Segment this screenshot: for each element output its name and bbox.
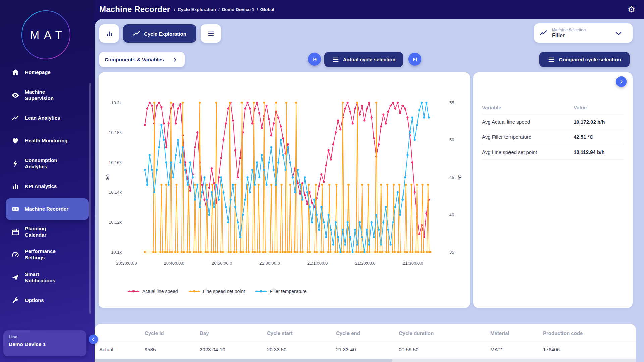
machine-selection-dropdown[interactable]: Machine Selection Filler [534, 23, 633, 43]
chevron-right-icon [172, 57, 178, 62]
machine-selection-texts: Machine Selection Filler [552, 28, 614, 39]
sidebar-item-label: Options [25, 297, 75, 304]
components-variables-label: Components & Variables [105, 57, 164, 62]
breadcrumb-item[interactable]: Cycle Exploration [178, 7, 216, 12]
breadcrumb-separator: / [218, 7, 220, 12]
chevron-right-icon [619, 79, 624, 84]
stat-variable: Avg Filler temperature [482, 134, 574, 140]
sidebar-item-machine-supervision[interactable]: Machine Supervision [6, 84, 89, 106]
sidebar-item-performance-settings[interactable]: Performance Settings [6, 244, 89, 265]
menu-icon [332, 56, 339, 63]
variables-header-value: Value [574, 105, 624, 110]
variables-table-data-row: Avg Line speed set point10,112.94 b/h [482, 144, 624, 160]
legend-item[interactable]: Actual line speed [127, 289, 178, 294]
panel-collapse-button[interactable] [616, 76, 627, 87]
legend-label: Filler temperature [270, 289, 307, 294]
cycle-table-cell: 00:59:50 [399, 347, 490, 352]
cycle-exploration-tab[interactable]: Cycle Exploration [123, 24, 196, 43]
app-logo-text: MAT [25, 28, 66, 41]
actual-cycle-selection-label: Actual cycle selection [343, 57, 396, 62]
svg-text:°C: °C [457, 175, 462, 180]
sidebar-item-options[interactable]: Options [6, 290, 89, 311]
variables-table: Variable Value Avg Actual line speed10,1… [482, 101, 624, 160]
cycle-table-row[interactable]: Actual95352023-04-1020:33:5021:33:4000:5… [95, 342, 636, 357]
cycle-table-header-cell: Cycle end [336, 330, 399, 336]
variables-table-data-row: Avg Actual line speed10,172.02 b/h [482, 114, 624, 129]
sidebar-item-label: Homepage [25, 69, 75, 76]
recorder-icon [11, 205, 19, 213]
variables-header-variable: Variable [482, 105, 574, 110]
sidebar-item-kpi-analytics[interactable]: KPI Analytics [6, 176, 89, 197]
cycle-table-cell: 20:33:50 [267, 347, 336, 352]
sidebar-item-machine-recorder[interactable]: Machine Recorder [6, 198, 89, 220]
stat-variable: Avg Line speed set point [482, 149, 574, 155]
svg-text:21:30:00.0: 21:30:00.0 [402, 261, 423, 266]
next-cycle-button[interactable] [408, 53, 421, 66]
bars-icon [11, 182, 19, 190]
chevron-left-icon [91, 337, 96, 342]
sidebar-item-label: Machine Supervision [25, 89, 75, 102]
bolt-icon [11, 160, 19, 168]
sidebar-item-lean-analytics[interactable]: Lean Analytics [6, 107, 89, 129]
sidebar-item-label: Machine Recorder [25, 206, 75, 213]
stat-variable: Avg Actual line speed [482, 119, 574, 125]
app-logo: MAT [21, 10, 70, 59]
machine-selection-label: Machine Selection [552, 28, 614, 32]
svg-text:50: 50 [449, 137, 454, 142]
cycle-table-card: Cycle IdDayCycle startCycle endCycle dur… [95, 324, 636, 362]
cycle-table-header-cell: Cycle start [267, 330, 336, 336]
breadcrumb-item[interactable]: Global [260, 7, 274, 12]
sidebar-item-label: Health Monitoring [25, 138, 75, 144]
wrench-icon [11, 296, 19, 304]
compared-cycle-selection-button[interactable]: Compared cycle selection [539, 52, 630, 67]
legend-marker-icon [188, 290, 200, 293]
heart-icon [11, 137, 19, 145]
svg-text:40: 40 [449, 212, 454, 217]
cycle-table-cell: 9535 [145, 347, 200, 352]
variables-panel: Variable Value Avg Actual line speed10,1… [473, 72, 633, 308]
svg-text:10.2k: 10.2k [111, 100, 122, 105]
app-root: Machine Recorder /Cycle Exploration/Demo… [0, 0, 644, 362]
svg-text:21:00:00.0: 21:00:00.0 [259, 261, 280, 266]
svg-text:45: 45 [449, 175, 454, 180]
cycle-table-cell: 176406 [543, 347, 636, 352]
legend-item[interactable]: Line speed set point [188, 289, 245, 294]
sidebar-item-health-monitoring[interactable]: Health Monitoring [6, 130, 89, 152]
sidebar-nav: HomepageMachine SupervisionLean Analytic… [0, 60, 95, 312]
actual-cycle-selection-button[interactable]: Actual cycle selection [324, 52, 403, 67]
components-variables-button[interactable]: Components & Variables [99, 52, 185, 67]
sidebar-item-smart-notifications[interactable]: Smart Notifications [6, 267, 89, 288]
send-icon [11, 274, 19, 282]
svg-text:35: 35 [449, 250, 454, 255]
view-menu-button[interactable] [201, 24, 221, 43]
skip-start-icon [312, 56, 318, 62]
device-selector-card[interactable]: Line Demo Device 1 [3, 330, 86, 356]
svg-text:10.16k: 10.16k [109, 160, 122, 165]
chart-view-button[interactable] [99, 24, 119, 43]
previous-cycle-button[interactable] [308, 53, 321, 66]
sidebar-item-homepage[interactable]: Homepage [6, 62, 89, 83]
main-content: Cycle Exploration Machine Selection Fill… [95, 19, 644, 362]
sidebar-item-planning-calendar[interactable]: Planning Calendar [6, 221, 89, 243]
svg-text:21:20:00.0: 21:20:00.0 [355, 261, 375, 266]
page-title: Machine Recorder [99, 5, 170, 14]
sidebar: MAT HomepageMachine SupervisionLean Anal… [0, 0, 95, 362]
sidebar-item-consumption-analytics[interactable]: Consumption Analytics [6, 153, 89, 174]
chevron-down-icon [614, 29, 623, 37]
legend-item[interactable]: Filler temperature [255, 289, 307, 294]
table-scrollbar-thumb[interactable] [95, 359, 392, 362]
breadcrumb-item[interactable]: Demo Device 1 [222, 7, 254, 12]
sidebar-collapse-button[interactable] [89, 335, 98, 344]
legend-marker-icon [255, 290, 267, 293]
svg-text:10.12k: 10.12k [109, 220, 122, 225]
breadcrumb-separator: / [174, 7, 175, 12]
sidebar-scrollbar[interactable] [89, 83, 91, 314]
cycle-chart: 10.1k10.12k10.14k10.16k10.18k10.2k354045… [99, 72, 470, 274]
svg-text:20:30:00.0: 20:30:00.0 [116, 261, 137, 266]
svg-text:20:50:00.0: 20:50:00.0 [212, 261, 232, 266]
settings-gear-icon[interactable]: ⚙ [628, 5, 635, 14]
cycle-table-header-cell: Material [490, 330, 543, 336]
sidebar-item-label: Planning Calendar [25, 226, 75, 238]
line-chart-icon [133, 30, 140, 37]
bar-chart-icon [106, 30, 113, 37]
